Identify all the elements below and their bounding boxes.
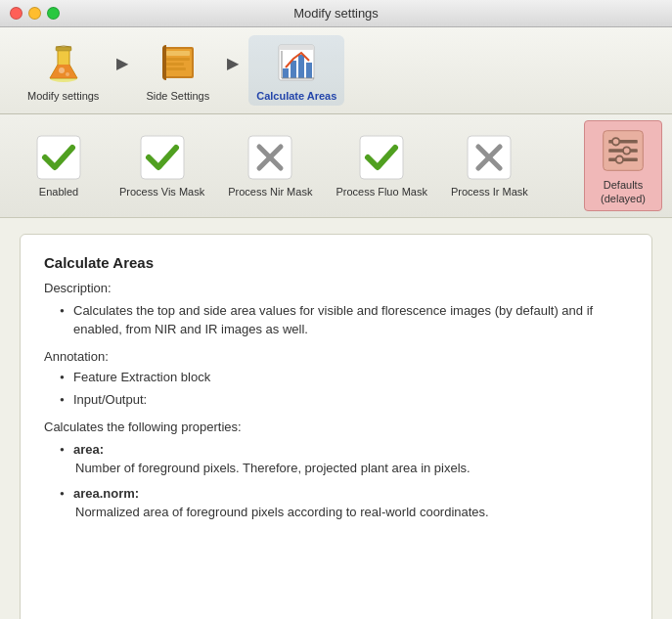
properties-label: Calculates the following properties: <box>44 420 628 434</box>
option-process-nir-mask-label: Process Nir Mask <box>228 185 312 199</box>
svg-point-3 <box>66 72 69 76</box>
svg-rect-11 <box>279 45 314 50</box>
option-process-fluo-mask-label: Process Fluo Mask <box>336 185 427 199</box>
minimize-button[interactable] <box>28 7 41 20</box>
svg-rect-6 <box>166 51 190 56</box>
property-area-norm-name: area.norm: <box>73 486 139 501</box>
svg-rect-7 <box>166 58 190 61</box>
description-label: Description: <box>44 281 628 295</box>
side-settings-icon <box>155 39 202 86</box>
toolbar-side-settings-label: Side Settings <box>146 90 209 102</box>
property-area: area: Number of foreground pixels. There… <box>60 440 628 478</box>
description-list: Calculates the top and side area values … <box>44 301 628 339</box>
calculate-areas-icon <box>273 39 320 86</box>
svg-point-29 <box>616 156 623 163</box>
svg-rect-13 <box>291 61 296 78</box>
toolbar-item-modify-settings[interactable]: Modify settings <box>20 35 107 106</box>
maximize-button[interactable] <box>47 7 60 20</box>
option-defaults[interactable]: Defaults (delayed) <box>584 120 662 211</box>
svg-rect-9 <box>166 67 186 70</box>
arrow-2: ▶ <box>227 54 239 72</box>
toolbar-calculate-areas-label: Calculate Areas <box>256 90 336 102</box>
defaults-icon <box>598 125 649 176</box>
annotation-list: Feature Extraction block Input/Output: <box>44 368 628 410</box>
title-bar: Modify settings <box>0 0 672 27</box>
option-defaults-label: Defaults (delayed) <box>601 178 646 206</box>
enabled-icon <box>33 132 84 183</box>
option-process-vis-mask-label: Process Vis Mask <box>119 185 204 199</box>
svg-point-27 <box>612 138 619 145</box>
option-process-ir-mask-label: Process Ir Mask <box>451 185 528 199</box>
svg-rect-1 <box>56 47 71 51</box>
svg-rect-12 <box>283 68 289 78</box>
toolbar-item-side-settings[interactable]: Side Settings <box>138 35 217 106</box>
toolbar: Modify settings ▶ Side Settings ▶ <box>0 27 672 114</box>
option-process-fluo-mask[interactable]: Process Fluo Mask <box>324 128 439 202</box>
svg-rect-14 <box>298 55 304 78</box>
option-enabled-label: Enabled <box>39 185 78 199</box>
process-vis-mask-icon <box>137 132 188 183</box>
property-area-norm-desc: Normalized area of foreground pixels acc… <box>73 505 489 519</box>
toolbar-item-calculate-areas[interactable]: Calculate Areas <box>248 35 344 106</box>
option-process-vis-mask[interactable]: Process Vis Mask <box>108 128 216 202</box>
toolbar-modify-settings-label: Modify settings <box>27 90 99 102</box>
annotation-item-0: Feature Extraction block <box>60 368 628 387</box>
option-process-ir-mask[interactable]: Process Ir Mask <box>439 128 540 202</box>
annotation-label: Annotation: <box>44 349 628 364</box>
properties-list: area: Number of foreground pixels. There… <box>44 440 628 522</box>
content-title: Calculate Areas <box>44 254 628 271</box>
close-button[interactable] <box>10 7 22 20</box>
svg-point-2 <box>59 67 65 73</box>
content-box: Calculate Areas Description: Calculates … <box>20 234 652 619</box>
property-area-desc: Number of foreground pixels. Therefore, … <box>73 461 470 475</box>
modify-settings-icon <box>40 39 87 86</box>
arrow-1: ▶ <box>116 54 128 72</box>
option-process-nir-mask[interactable]: Process Nir Mask <box>216 128 324 202</box>
content-area: Calculate Areas Description: Calculates … <box>0 218 672 619</box>
process-fluo-mask-icon <box>356 132 407 183</box>
window-title: Modify settings <box>293 6 379 21</box>
process-nir-mask-icon <box>245 132 295 183</box>
description-item: Calculates the top and side area values … <box>60 301 628 339</box>
window-controls[interactable] <box>10 7 60 20</box>
annotation-item-1: Input/Output: <box>60 390 628 410</box>
property-area-name: area: <box>73 442 104 457</box>
process-ir-mask-icon <box>464 132 515 183</box>
options-bar: Enabled Process Vis Mask Process Nir Mas… <box>0 114 672 218</box>
option-enabled[interactable]: Enabled <box>10 128 108 202</box>
svg-rect-8 <box>166 63 184 66</box>
svg-rect-15 <box>306 63 312 78</box>
svg-point-28 <box>623 147 630 154</box>
property-area-norm: area.norm: Normalized area of foreground… <box>60 484 628 522</box>
